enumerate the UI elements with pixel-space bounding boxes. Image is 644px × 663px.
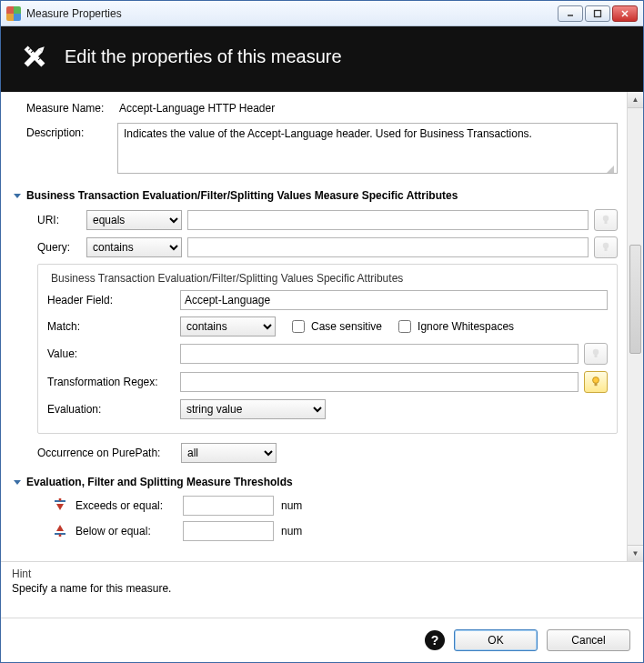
minimize-button[interactable] — [558, 5, 583, 22]
occurrence-label: Occurrence on PurePath: — [37, 447, 176, 459]
evaluation-label: Evaluation: — [47, 403, 175, 416]
description-label: Description: — [26, 123, 117, 139]
content-wrap: Measure Name: Accept-Language HTTP Heade… — [1, 92, 643, 561]
ignore-whitespaces-checkbox[interactable] — [398, 320, 411, 333]
section-thresholds[interactable]: Evaluation, Filter and Splitting Measure… — [12, 476, 618, 488]
measure-name-value: Accept-Language HTTP Header — [117, 99, 277, 117]
case-sensitive-label: Case sensitive — [311, 320, 382, 333]
section-bts-attributes[interactable]: Business Transaction Evaluation/Filter/S… — [12, 189, 618, 202]
close-button[interactable] — [612, 5, 638, 22]
resize-grip-icon — [607, 166, 614, 173]
below-input[interactable] — [183, 521, 274, 541]
header-field-input[interactable] — [180, 290, 608, 310]
uri-value-input[interactable] — [187, 210, 589, 230]
hint-title: Hint — [12, 568, 632, 580]
svg-marker-12 — [14, 194, 21, 198]
specific-attributes-fieldset: Business Transaction Evaluation/Filter/S… — [37, 264, 618, 434]
below-unit: num — [281, 525, 302, 537]
bulb-icon — [599, 214, 612, 226]
query-value-input[interactable] — [187, 237, 589, 257]
exceeds-input[interactable] — [183, 496, 274, 516]
svg-point-19 — [593, 377, 599, 384]
svg-point-15 — [603, 243, 609, 248]
scroll-track[interactable] — [628, 108, 643, 545]
svg-rect-18 — [595, 355, 598, 357]
measure-name-label: Measure Name: — [26, 102, 117, 115]
vertical-scrollbar[interactable]: ▲ ▼ — [627, 92, 643, 561]
ruler-pencil-icon — [17, 39, 52, 74]
svg-rect-14 — [605, 221, 608, 224]
footer: ? OK Cancel — [1, 618, 643, 662]
occurrence-select[interactable]: all — [181, 443, 277, 463]
svg-point-17 — [593, 349, 599, 355]
transformation-regex-input[interactable] — [180, 372, 579, 392]
uri-operator-select[interactable]: equals — [86, 210, 182, 230]
svg-point-13 — [603, 216, 609, 221]
exceeds-unit: num — [281, 499, 302, 512]
hint-area: Hint Specify a name for this measure. — [1, 561, 643, 618]
titlebar: Measure Properties — [1, 1, 643, 26]
exceeds-label: Exceeds or equal: — [75, 499, 176, 512]
collapse-icon — [12, 190, 23, 201]
header-field-label: Header Field: — [47, 294, 175, 306]
match-select[interactable]: contains — [180, 316, 276, 337]
app-icon — [6, 6, 21, 21]
value-input[interactable] — [180, 344, 579, 364]
maximize-button[interactable] — [585, 5, 610, 22]
bulb-icon — [589, 376, 602, 388]
scroll-thumb[interactable] — [629, 245, 641, 354]
svg-marker-23 — [56, 504, 64, 510]
case-sensitive-checkbox[interactable] — [292, 320, 305, 333]
ignore-whitespaces-checkbox-wrap[interactable]: Ignore Whitespaces — [395, 317, 514, 336]
svg-marker-26 — [56, 525, 64, 531]
collapse-icon — [12, 477, 23, 487]
match-label: Match: — [47, 320, 175, 333]
bulb-icon — [599, 241, 612, 254]
svg-marker-21 — [14, 480, 21, 485]
ok-button[interactable]: OK — [454, 629, 538, 651]
svg-rect-16 — [605, 248, 608, 251]
query-operator-select[interactable]: contains — [86, 237, 182, 257]
uri-label: URI: — [37, 214, 81, 226]
below-label: Below or equal: — [75, 525, 176, 537]
fieldset-legend: Business Transaction Evaluation/Filter/S… — [47, 272, 407, 285]
svg-rect-1 — [595, 10, 601, 16]
section-thresholds-title: Evaluation, Filter and Splitting Measure… — [26, 476, 293, 488]
content: Measure Name: Accept-Language HTTP Heade… — [1, 92, 627, 561]
scroll-up-button[interactable]: ▲ — [628, 92, 643, 108]
hint-text: Specify a name for this measure. — [12, 582, 632, 595]
ignore-whitespaces-label: Ignore Whitespaces — [418, 320, 514, 333]
header-title: Edit the properties of this measure — [65, 46, 342, 67]
uri-regex-helper-button[interactable] — [594, 209, 618, 231]
transformation-regex-helper-button[interactable] — [584, 371, 608, 393]
exceeds-icon — [52, 497, 68, 515]
svg-rect-20 — [595, 383, 598, 386]
value-regex-helper-button[interactable] — [584, 343, 608, 365]
description-input[interactable] — [117, 123, 618, 174]
svg-rect-24 — [59, 498, 62, 501]
evaluation-select[interactable]: string value — [180, 399, 326, 419]
dialog-window: Measure Properties — [0, 0, 644, 663]
help-icon: ? — [431, 633, 439, 648]
transformation-regex-label: Transformation Regex: — [47, 376, 175, 388]
case-sensitive-checkbox-wrap[interactable]: Case sensitive — [288, 317, 382, 336]
query-label: Query: — [37, 241, 81, 254]
section-bts-title: Business Transaction Evaluation/Filter/S… — [26, 189, 458, 202]
bulb-icon — [589, 347, 602, 360]
query-regex-helper-button[interactable] — [594, 236, 618, 258]
help-button[interactable]: ? — [425, 630, 445, 650]
svg-rect-27 — [59, 534, 62, 537]
header: Edit the properties of this measure — [1, 26, 643, 92]
value-label: Value: — [47, 347, 175, 360]
below-icon — [52, 523, 68, 540]
cancel-button[interactable]: Cancel — [547, 629, 630, 651]
scroll-down-button[interactable]: ▼ — [628, 545, 643, 561]
window-title: Measure Properties — [26, 7, 122, 20]
